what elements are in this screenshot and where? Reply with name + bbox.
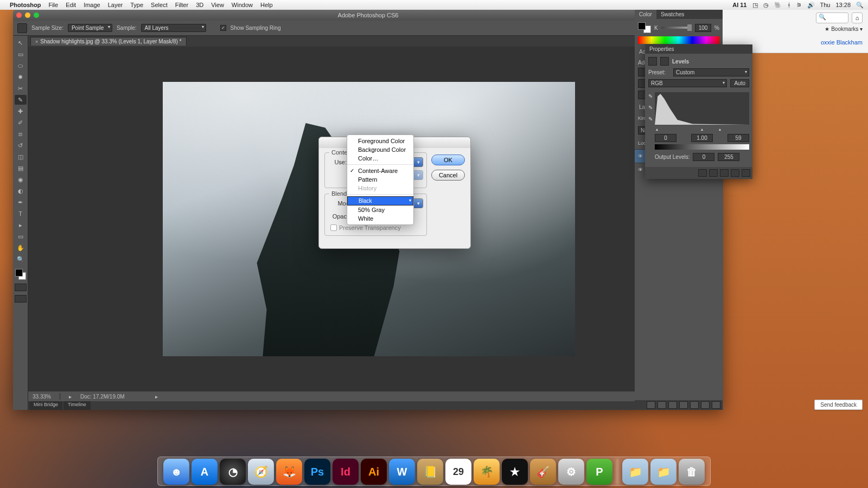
input-black[interactable]: 0	[655, 134, 676, 142]
output-gradient[interactable]	[655, 144, 749, 150]
dock-contacts[interactable]: 📒	[417, 459, 443, 485]
swatches-tab[interactable]: Swatches	[656, 10, 688, 19]
brush-tool[interactable]: ✐	[15, 118, 27, 127]
menu-image[interactable]: Image	[84, 2, 100, 8]
mask-add-icon[interactable]	[668, 401, 677, 409]
shape-tool[interactable]: ▭	[15, 232, 27, 241]
document-tab[interactable]: × Shadow highlights.jpg @ 33.3% (Levels …	[30, 37, 187, 46]
group-icon[interactable]	[690, 401, 699, 409]
k-slider[interactable]	[661, 27, 692, 29]
dock-system-preferences[interactable]: ⚙	[558, 459, 584, 485]
quick-mask-toggle[interactable]	[15, 284, 27, 291]
input-white[interactable]: 59	[727, 134, 749, 142]
white-slider[interactable]: ▴	[719, 127, 721, 132]
menu-white[interactable]: White	[347, 214, 413, 223]
dock-indesign[interactable]: Id	[333, 459, 359, 485]
toggle-visibility-icon[interactable]	[731, 169, 739, 177]
hand-tool[interactable]: ✋	[15, 243, 27, 253]
clone-stamp-tool[interactable]: ⧈	[15, 129, 27, 139]
doc-size[interactable]: Doc: 17.2M/19.0M	[80, 394, 125, 400]
sample-size-dropdown[interactable]: Point Sample	[68, 24, 112, 32]
menu-layer[interactable]: Layer	[108, 2, 123, 8]
output-white[interactable]: 255	[718, 153, 739, 161]
dock-calendar[interactable]: 29	[445, 459, 471, 485]
preset-dropdown[interactable]: Custom	[673, 68, 749, 76]
browser-search-input[interactable]	[816, 12, 848, 23]
input-gamma[interactable]: 1.00	[691, 134, 713, 142]
auto-button[interactable]: Auto	[730, 79, 749, 87]
menu-background-color[interactable]: Background Color	[347, 145, 413, 154]
marquee-tool[interactable]: ▭	[15, 49, 27, 59]
menu-app[interactable]: Photoshop	[10, 2, 41, 8]
eyedropper-tool[interactable]: ✎	[15, 95, 27, 105]
menu-50-gray[interactable]: 50% Gray	[347, 206, 413, 214]
ok-button[interactable]: OK	[431, 155, 465, 165]
dock-finder[interactable]: ☻	[163, 459, 189, 485]
black-slider[interactable]: ▴	[656, 127, 658, 132]
new-layer-icon[interactable]	[701, 401, 710, 409]
evernote-icon[interactable]: 🐘	[774, 2, 782, 9]
properties-tab[interactable]: Properties	[645, 44, 752, 54]
white-eyedropper-icon[interactable]: ✎	[648, 116, 653, 122]
healing-brush-tool[interactable]: ✚	[15, 106, 27, 116]
link-layers-icon[interactable]	[647, 401, 655, 409]
dodge-tool[interactable]: ◐	[15, 186, 27, 196]
spotlight-icon[interactable]: 🔍	[856, 2, 864, 9]
wifi-icon[interactable]: ⚞	[796, 2, 802, 9]
move-tool[interactable]: ↖	[15, 38, 27, 48]
dock-safari[interactable]: 🧭	[248, 459, 274, 485]
dock-firefox[interactable]: 🦊	[276, 459, 302, 485]
menu-foreground-color[interactable]: Foreground Color	[347, 137, 413, 145]
menu-file[interactable]: File	[48, 2, 58, 8]
dock-p-app[interactable]: P	[586, 459, 612, 485]
mini-bridge-tab[interactable]: Mini Bridge	[29, 401, 62, 410]
window-minimize-button[interactable]	[25, 12, 30, 18]
menu-3d[interactable]: 3D	[196, 2, 203, 8]
timeline-tab[interactable]: Timeline	[63, 401, 91, 410]
dock-dashboard[interactable]: ◔	[220, 459, 246, 485]
type-tool[interactable]: T	[15, 209, 27, 219]
dock-imovie[interactable]: ★	[502, 459, 528, 485]
history-brush-tool[interactable]: ↺	[15, 140, 27, 150]
zoom-tool[interactable]: 🔍	[15, 254, 27, 264]
k-value[interactable]: 100	[695, 24, 711, 32]
menu-view[interactable]: View	[211, 2, 224, 8]
gray-eyedropper-icon[interactable]: ✎	[648, 105, 653, 111]
reset-icon[interactable]	[720, 169, 729, 177]
crop-tool[interactable]: ✂	[15, 84, 27, 93]
menu-type[interactable]: Type	[130, 2, 143, 8]
quick-select-tool[interactable]: ✸	[15, 72, 27, 82]
clock-time[interactable]: 13:28	[835, 2, 851, 8]
bluetooth-icon[interactable]: ᚼ	[787, 2, 791, 8]
window-zoom-button[interactable]	[34, 12, 39, 18]
dock-trash[interactable]: 🗑	[679, 459, 705, 485]
screen-mode-toggle[interactable]	[15, 295, 27, 303]
cancel-button[interactable]: Cancel	[431, 170, 465, 181]
bookmarks-button[interactable]: ★ Bookmarks ▾	[825, 26, 863, 37]
gradient-tool[interactable]: ▤	[15, 163, 27, 173]
lasso-tool[interactable]: ⬭	[15, 61, 27, 70]
visibility-toggle[interactable]: 👁	[637, 153, 643, 159]
delete-adjustment-icon[interactable]	[742, 169, 750, 177]
dock-iphoto[interactable]: 🌴	[474, 459, 500, 485]
menu-color[interactable]: Color…	[347, 154, 413, 163]
color-swatches[interactable]	[15, 269, 26, 280]
menu-window[interactable]: Window	[232, 2, 253, 8]
preserve-transparency-checkbox[interactable]	[330, 224, 337, 231]
color-tab[interactable]: Color	[635, 10, 656, 19]
browser-home-icon[interactable]: ⌂	[852, 12, 863, 23]
blur-tool[interactable]: ◉	[15, 175, 27, 184]
dock-folder-2[interactable]: 📁	[650, 459, 676, 485]
dock-folder-1[interactable]: 📁	[622, 459, 648, 485]
output-black[interactable]: 0	[693, 153, 714, 161]
menu-black[interactable]: Black	[347, 196, 413, 206]
delete-layer-icon[interactable]	[712, 401, 720, 409]
dock-photoshop[interactable]: Ps	[304, 459, 330, 485]
fx-icon[interactable]	[658, 401, 666, 409]
menu-filter[interactable]: Filter	[175, 2, 188, 8]
path-select-tool[interactable]: ▸	[15, 220, 27, 230]
volume-icon[interactable]: 🔊	[807, 2, 815, 9]
arrow-right-icon[interactable]: ▸	[155, 394, 158, 400]
eraser-tool[interactable]: ◫	[15, 152, 27, 162]
gray-slider[interactable]: ▴	[701, 127, 703, 132]
